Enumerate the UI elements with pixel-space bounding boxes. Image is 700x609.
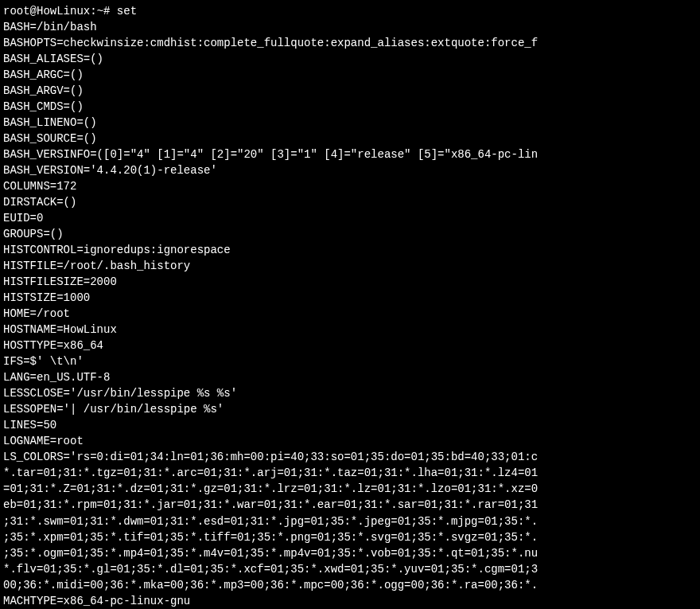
output-line: BASH_VERSION='4.4.20(1)-release'	[3, 162, 697, 178]
output-line: BASH_ARGC=()	[3, 67, 697, 83]
output-line: ;35:*.ogm=01;35:*.mp4=01;35:*.m4v=01;35:…	[3, 545, 697, 561]
output-line: GROUPS=()	[3, 226, 697, 242]
output-line: LINES=50	[3, 417, 697, 433]
output-line: LESSCLOSE='/usr/bin/lesspipe %s %s'	[3, 385, 697, 401]
output-line: IFS=$' \t\n'	[3, 353, 697, 369]
output-line: BASH_ALIASES=()	[3, 51, 697, 67]
output-line: BASH_VERSINFO=([0]="4" [1]="4" [2]="20" …	[3, 146, 697, 162]
output-line: LS_COLORS='rs=0:di=01;34:ln=01;36:mh=00:…	[3, 449, 697, 465]
output-line: =01;31:*.Z=01;31:*.dz=01;31:*.gz=01;31:*…	[3, 481, 697, 497]
output-line: *.flv=01;35:*.gl=01;35:*.dl=01;35:*.xcf=…	[3, 561, 697, 577]
output-line: BASHOPTS=checkwinsize:cmdhist:complete_f…	[3, 35, 697, 51]
output-line: BASH=/bin/bash	[3, 19, 697, 35]
output-line: HOME=/root	[3, 306, 697, 322]
output-line: HISTSIZE=1000	[3, 290, 697, 306]
output-line: COLUMNS=172	[3, 178, 697, 194]
output-line: EUID=0	[3, 210, 697, 226]
output-line: MACHTYPE=x86_64-pc-linux-gnu	[3, 593, 697, 609]
output-line: LANG=en_US.UTF-8	[3, 369, 697, 385]
output-line: HISTFILESIZE=2000	[3, 274, 697, 290]
output-line: BASH_CMDS=()	[3, 99, 697, 115]
command-input: set	[117, 5, 137, 18]
output-line: *.tar=01;31:*.tgz=01;31:*.arc=01;31:*.ar…	[3, 465, 697, 481]
prompt-host: HowLinux	[37, 5, 90, 18]
shell-prompt: root@HowLinux:~#	[3, 5, 117, 18]
output-line: BASH_ARGV=()	[3, 83, 697, 99]
terminal-output: BASH=/bin/bashBASHOPTS=checkwinsize:cmdh…	[3, 19, 697, 609]
output-line: DIRSTACK=()	[3, 194, 697, 210]
prompt-line: root@HowLinux:~# set	[3, 3, 697, 19]
output-line: HISTFILE=/root/.bash_history	[3, 258, 697, 274]
output-line: eb=01;31:*.rpm=01;31:*.jar=01;31:*.war=0…	[3, 497, 697, 513]
prompt-path: ~	[97, 5, 103, 18]
output-line: HOSTNAME=HowLinux	[3, 322, 697, 338]
output-line: HISTCONTROL=ignoredups:ignorespace	[3, 242, 697, 258]
output-line: BASH_LINENO=()	[3, 115, 697, 131]
output-line: ;35:*.xpm=01;35:*.tif=01;35:*.tiff=01;35…	[3, 529, 697, 545]
output-line: BASH_SOURCE=()	[3, 131, 697, 146]
output-line: 00;36:*.midi=00;36:*.mka=00;36:*.mp3=00;…	[3, 577, 697, 593]
output-line: HOSTTYPE=x86_64	[3, 338, 697, 353]
prompt-user: root	[3, 5, 30, 18]
output-line: LESSOPEN='| /usr/bin/lesspipe %s'	[3, 401, 697, 417]
output-line: LOGNAME=root	[3, 433, 697, 449]
output-line: ;31:*.swm=01;31:*.dwm=01;31:*.esd=01;31:…	[3, 513, 697, 529]
terminal-window[interactable]: root@HowLinux:~# set BASH=/bin/bashBASHO…	[3, 3, 697, 606]
prompt-symbol: #	[103, 5, 110, 18]
